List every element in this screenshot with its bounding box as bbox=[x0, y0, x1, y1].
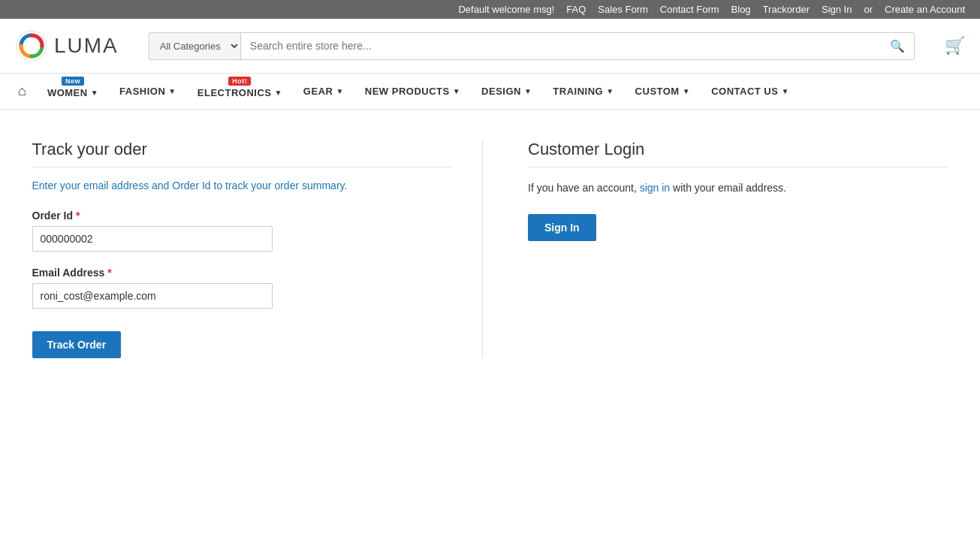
sign-in-inline-link[interactable]: sign in bbox=[640, 182, 670, 194]
top-bar: Default welcome msg! FAQ Sales Form Cont… bbox=[0, 0, 980, 19]
nav-design-arrow: ▼ bbox=[524, 87, 532, 95]
badge-hot: Hot! bbox=[228, 77, 251, 86]
logo[interactable]: LUMA bbox=[15, 29, 119, 62]
order-id-required: * bbox=[76, 210, 80, 222]
badge-new: New bbox=[62, 77, 84, 86]
nav-contact-us-label: CONTACT US bbox=[711, 86, 778, 97]
nav-contact-us-arrow: ▼ bbox=[781, 87, 789, 95]
logo-icon bbox=[15, 29, 48, 62]
search-button[interactable]: 🔍 bbox=[881, 33, 914, 59]
trackorder-link[interactable]: Trackorder bbox=[763, 4, 810, 15]
nav-gear[interactable]: GEAR ▼ bbox=[293, 75, 354, 107]
order-id-input[interactable] bbox=[32, 226, 273, 252]
nav-fashion-arrow: ▼ bbox=[168, 87, 176, 95]
nav-gear-label: GEAR bbox=[303, 86, 333, 97]
nav-custom-label: CUSTOM bbox=[635, 86, 680, 97]
nav-electronics-label: ELECTRONICS bbox=[198, 87, 272, 98]
track-order-button[interactable]: Track Order bbox=[32, 331, 122, 358]
sales-form-link[interactable]: Sales Form bbox=[598, 4, 647, 15]
nav-new-products-label: NEW PRODUCTS bbox=[365, 86, 450, 97]
header: LUMA All Categories 🔍 🛒 bbox=[0, 19, 980, 74]
nav-fashion-label: FASHION bbox=[119, 86, 165, 97]
nav-custom[interactable]: CUSTOM ▼ bbox=[625, 75, 701, 107]
blog-link[interactable]: Blog bbox=[731, 4, 751, 15]
track-order-section: Track your oder Enter your email address… bbox=[32, 140, 484, 358]
nav-electronics-arrow: ▼ bbox=[274, 89, 282, 97]
welcome-msg-link[interactable]: Default welcome msg! bbox=[458, 4, 554, 15]
email-required: * bbox=[107, 267, 111, 279]
nav-home[interactable]: ⌂ bbox=[8, 74, 37, 108]
track-order-title: Track your oder bbox=[32, 140, 453, 167]
nav-women-arrow: ▼ bbox=[91, 89, 98, 97]
nav-fashion[interactable]: FASHION ▼ bbox=[109, 75, 187, 107]
customer-login-title: Customer Login bbox=[528, 140, 948, 167]
nav-design[interactable]: DESIGN ▼ bbox=[471, 75, 542, 107]
nav-design-label: DESIGN bbox=[481, 86, 521, 97]
logo-text: LUMA bbox=[54, 34, 119, 58]
nav-electronics[interactable]: Hot! ELECTRONICS ▼ bbox=[187, 74, 293, 109]
nav-women[interactable]: New WOMEN ▼ bbox=[37, 74, 109, 109]
category-select[interactable]: All Categories bbox=[149, 33, 241, 59]
nav-new-products[interactable]: NEW PRODUCTS ▼ bbox=[354, 75, 471, 107]
create-account-link[interactable]: Create an Account bbox=[885, 4, 965, 15]
nav-women-label: WOMEN bbox=[47, 87, 88, 98]
nav-training[interactable]: TRAINING ▼ bbox=[542, 75, 624, 107]
main-content: Track your oder Enter your email address… bbox=[17, 110, 963, 388]
order-id-group: Order Id* bbox=[32, 210, 453, 252]
track-order-description: Enter your email address and Order Id to… bbox=[32, 179, 453, 192]
sign-in-topbar-link[interactable]: Sign In bbox=[822, 4, 852, 15]
order-id-label: Order Id* bbox=[32, 210, 453, 222]
nav-new-products-arrow: ▼ bbox=[453, 87, 460, 95]
search-area: All Categories 🔍 bbox=[149, 32, 915, 60]
email-input[interactable] bbox=[32, 283, 273, 309]
cart-icon[interactable]: 🛒 bbox=[945, 36, 965, 56]
nav-gear-arrow: ▼ bbox=[336, 87, 343, 95]
sign-in-button[interactable]: Sign In bbox=[528, 214, 596, 241]
nav-training-label: TRAINING bbox=[553, 86, 603, 97]
faq-link[interactable]: FAQ bbox=[566, 4, 586, 15]
customer-login-section: Customer Login If you have an account, s… bbox=[528, 140, 948, 358]
email-group: Email Address* bbox=[32, 267, 453, 309]
email-label: Email Address* bbox=[32, 267, 453, 279]
contact-form-link[interactable]: Contact Form bbox=[660, 4, 719, 15]
nav-contact-us[interactable]: CONTACT US ▼ bbox=[701, 75, 800, 107]
customer-login-description: If you have an account, sign in with you… bbox=[528, 179, 948, 196]
nav-custom-arrow: ▼ bbox=[683, 87, 690, 95]
or-text: or bbox=[864, 4, 873, 15]
search-input[interactable] bbox=[241, 33, 881, 59]
nav-training-arrow: ▼ bbox=[606, 87, 614, 95]
main-nav: ⌂ New WOMEN ▼ FASHION ▼ Hot! ELECTRONICS… bbox=[0, 74, 980, 110]
